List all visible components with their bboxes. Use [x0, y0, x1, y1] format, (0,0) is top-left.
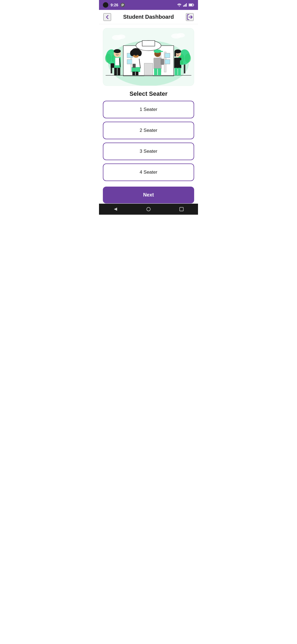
seater-2-button[interactable]: 2 Seater — [103, 122, 194, 139]
svg-point-50 — [130, 50, 134, 56]
svg-rect-60 — [161, 51, 163, 52]
p-icon: P — [120, 3, 125, 7]
home-nav-icon[interactable] — [146, 206, 151, 212]
svg-rect-64 — [178, 68, 181, 75]
svg-rect-55 — [154, 68, 157, 75]
svg-point-30 — [185, 54, 191, 63]
svg-point-41 — [114, 49, 121, 53]
svg-rect-4 — [186, 3, 187, 7]
svg-rect-20 — [165, 53, 170, 58]
page-title: Student Dashboard — [123, 14, 174, 20]
status-bar: 9:26 P — [99, 0, 198, 10]
seater-options-container: 1 Seater 2 Seater 3 Seater 4 Seater — [99, 101, 198, 181]
wifi-icon — [177, 3, 182, 7]
svg-rect-72 — [180, 207, 183, 211]
svg-rect-56 — [158, 68, 161, 75]
bottom-nav-bar — [99, 204, 198, 215]
svg-rect-38 — [114, 68, 117, 75]
svg-point-32 — [117, 34, 125, 39]
svg-point-25 — [105, 54, 111, 63]
battery-icon — [189, 3, 194, 7]
svg-point-71 — [147, 207, 150, 211]
svg-rect-7 — [189, 4, 193, 6]
svg-rect-6 — [194, 4, 194, 6]
svg-rect-59 — [154, 51, 161, 52]
svg-rect-69 — [180, 61, 183, 64]
svg-rect-63 — [175, 68, 177, 75]
seater-3-button[interactable]: 3 Seater — [103, 143, 194, 160]
hero-illustration — [103, 28, 194, 86]
svg-rect-22 — [165, 59, 170, 64]
signal-icon — [183, 3, 187, 7]
status-icons — [177, 3, 194, 7]
svg-rect-53 — [133, 64, 136, 68]
section-title: Select Seater — [99, 90, 198, 97]
seater-1-button[interactable]: 1 Seater — [103, 101, 194, 118]
status-time: 9:26 — [111, 3, 118, 7]
svg-rect-39 — [117, 68, 120, 75]
svg-rect-61 — [161, 59, 164, 65]
svg-rect-18 — [144, 63, 153, 76]
svg-marker-70 — [114, 208, 117, 211]
svg-rect-21 — [127, 59, 132, 64]
svg-rect-67 — [174, 51, 176, 56]
svg-rect-2 — [184, 5, 185, 7]
next-button-container: Next — [99, 181, 198, 207]
svg-rect-37 — [115, 58, 119, 66]
svg-point-34 — [177, 33, 185, 38]
back-nav-icon[interactable] — [113, 206, 118, 212]
svg-rect-54 — [153, 58, 161, 69]
svg-rect-1 — [183, 6, 184, 7]
camera-dot — [103, 2, 108, 8]
svg-rect-46 — [132, 72, 135, 75]
recent-nav-icon[interactable] — [179, 206, 184, 212]
seater-4-button[interactable]: 4 Seater — [103, 163, 194, 181]
back-button[interactable] — [103, 13, 111, 21]
svg-rect-13 — [142, 40, 155, 46]
top-nav: Student Dashboard — [99, 10, 198, 24]
svg-point-51 — [138, 50, 142, 56]
next-button[interactable]: Next — [103, 187, 194, 203]
svg-rect-47 — [136, 72, 138, 75]
status-bar-left: 9:26 P — [103, 2, 125, 8]
svg-rect-3 — [185, 4, 186, 7]
svg-rect-42 — [111, 63, 114, 68]
svg-point-0 — [179, 6, 180, 7]
logout-button[interactable] — [186, 13, 194, 21]
